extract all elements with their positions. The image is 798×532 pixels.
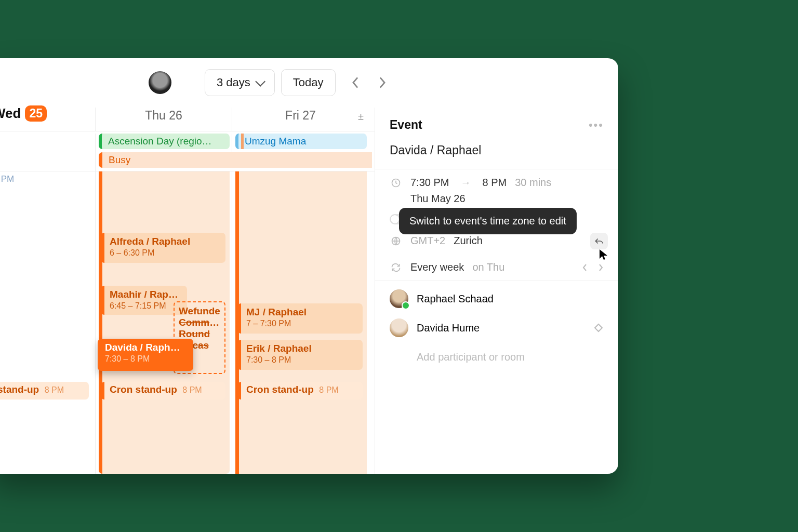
allday-event[interactable]: Umzug Mama — [235, 134, 367, 149]
recurrence-label[interactable]: Every week — [410, 261, 464, 273]
range-dropdown[interactable]: 3 days — [205, 69, 275, 96]
avatar — [390, 318, 408, 337]
tz-offset: GMT+2 — [410, 235, 445, 247]
more-icon[interactable]: ••• — [589, 118, 604, 132]
panel-heading: Event — [390, 118, 422, 132]
prev-button[interactable] — [348, 75, 363, 90]
event-date[interactable]: Thu May 26 — [375, 193, 618, 205]
calendar-color-stripe — [241, 134, 244, 149]
globe-icon — [390, 236, 402, 246]
day-thu[interactable]: Thu 26 — [96, 108, 232, 123]
event-title[interactable]: Davida / Raphael — [375, 137, 618, 169]
event-block[interactable]: Cron stand-up 8 PM — [101, 382, 225, 400]
tooltip: Switch to event's time zone to edit — [399, 208, 577, 234]
arrow-right-icon: → — [460, 177, 471, 189]
day-fri[interactable]: Fri 27 — [232, 108, 369, 123]
event-block[interactable]: Cron stand-up 8 PM — [237, 382, 363, 400]
add-participant[interactable]: Add participant or room — [375, 342, 618, 371]
event-selected[interactable]: Davida / Raph… 7:30 – 8 PM — [98, 339, 193, 371]
event-block[interactable]: Erik / Raphael 7:30 – 8 PM — [237, 340, 363, 370]
day-header: Wed 25 Thu 26 Fri 27 ± — [0, 108, 375, 131]
optional-icon — [593, 323, 604, 333]
recur-next[interactable] — [598, 263, 604, 272]
time-grid[interactable]: 30 PM stand-up 8 PM Alfreda / Raphael 6 … — [0, 171, 375, 474]
allday-busy[interactable]: Busy — [99, 152, 372, 168]
event-block[interactable]: Alfreda / Raphael 6 – 6:30 PM — [101, 233, 225, 263]
participant-name: Raphael Schaad — [417, 293, 494, 305]
participant-row[interactable]: Davida Hume — [375, 313, 618, 342]
calendar: Wed 25 Thu 26 Fri 27 ± — [0, 108, 375, 474]
participant-name: Davida Hume — [417, 322, 480, 334]
range-label: 3 days — [217, 76, 250, 89]
day-num-pill: 25 — [25, 105, 47, 122]
event-block[interactable]: MJ / Raphael 7 – 7:30 PM — [237, 303, 363, 334]
app-window: 3 days Today Wed 25 — [0, 58, 618, 474]
chevron-down-icon — [255, 76, 265, 87]
expand-allday-icon[interactable]: ± — [358, 111, 364, 123]
time-label-fragment: 30 PM — [0, 174, 14, 184]
event-panel: Event ••• Davida / Raphael 7:30 PM → 8 P… — [375, 108, 618, 474]
allday-region: Ascension Day (regio… Umzug Mama — [0, 131, 375, 171]
tz-city[interactable]: Zurich — [454, 235, 483, 247]
clock-icon — [390, 178, 402, 188]
account-avatar[interactable] — [149, 71, 171, 94]
avatar — [390, 289, 408, 308]
today-button[interactable]: Today — [281, 69, 336, 96]
allday-event[interactable]: Ascension Day (regio… — [99, 134, 230, 149]
topbar: 3 days Today — [0, 58, 618, 108]
recurrence-on: on Thu — [472, 261, 504, 273]
recur-prev[interactable] — [582, 263, 587, 272]
repeat-icon — [390, 262, 402, 273]
day-wed[interactable]: Wed 25 — [0, 105, 47, 122]
participant-row[interactable]: Raphael Schaad — [375, 284, 618, 313]
event-start[interactable]: 7:30 PM — [410, 177, 449, 189]
cursor-icon — [598, 248, 609, 261]
revert-timezone-button[interactable] — [590, 233, 608, 249]
event-block[interactable]: stand-up 8 PM — [0, 382, 89, 400]
participants: Raphael Schaad Davida Hume Add participa… — [375, 281, 618, 371]
event-end[interactable]: 8 PM — [482, 177, 507, 189]
status-accepted-icon — [402, 301, 410, 310]
event-duration: 30 mins — [515, 177, 551, 189]
next-button[interactable] — [375, 75, 390, 90]
